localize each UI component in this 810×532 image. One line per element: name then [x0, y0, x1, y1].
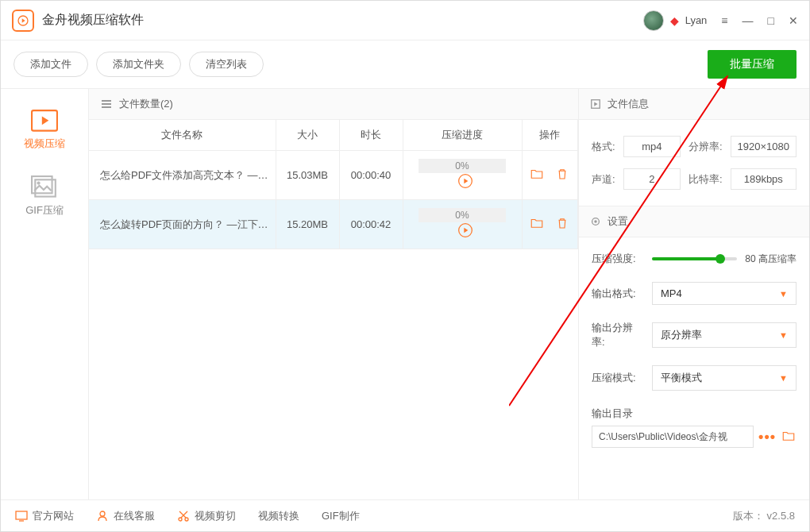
- maximize-icon[interactable]: □: [768, 14, 774, 27]
- trash-icon[interactable]: [555, 167, 569, 183]
- svg-rect-7: [102, 106, 111, 108]
- close-icon[interactable]: ✕: [789, 14, 798, 27]
- file-count-header: 文件数量(2): [89, 89, 578, 120]
- settings-header: 设置: [579, 206, 809, 237]
- svg-rect-13: [16, 511, 27, 519]
- sidebar-item-video[interactable]: 视频压缩: [1, 97, 88, 164]
- table-row[interactable]: 怎么给PDF文件添加高亮文本？ —… 15.03MB 00:00:40 0%: [89, 151, 578, 200]
- mode-select[interactable]: 平衡模式▼: [652, 365, 796, 391]
- play-icon[interactable]: [457, 222, 473, 241]
- value-resolution: 1920×1080: [731, 136, 796, 157]
- gif-icon: [31, 176, 58, 199]
- label-out-format: 输出格式:: [592, 287, 644, 301]
- scissors-icon: [177, 510, 190, 522]
- label-mode: 压缩模式:: [592, 371, 644, 385]
- chevron-down-icon: ▼: [779, 289, 788, 299]
- play-icon[interactable]: [457, 173, 473, 191]
- label-out-res: 输出分辨率:: [592, 321, 644, 349]
- value-format: mp4: [623, 136, 681, 157]
- footer-cut[interactable]: 视频剪切: [177, 509, 236, 523]
- trash-icon[interactable]: [555, 216, 569, 233]
- value-channels: 2: [623, 168, 681, 190]
- table-row[interactable]: 怎么旋转PDF页面的方向？ —江下… 15.20MB 00:00:42 0%: [89, 200, 578, 249]
- file-table: 文件名称 大小 时长 压缩进度 操作 怎么给PDF文件添加高亮文本？ —… 15…: [89, 120, 578, 249]
- user-area[interactable]: ◆ Lyan: [643, 10, 708, 31]
- out-res-select[interactable]: 原分辨率▼: [652, 322, 796, 348]
- out-format-select[interactable]: MP4▼: [652, 282, 796, 305]
- app-logo: [12, 10, 34, 32]
- add-folder-button[interactable]: 添加文件夹: [96, 52, 181, 77]
- footer-support[interactable]: 在线客服: [96, 509, 155, 523]
- label-bitrate: 比特率:: [688, 172, 723, 187]
- progress-bar: 0%: [418, 159, 506, 173]
- list-icon: [100, 98, 113, 110]
- col-size: 大小: [276, 120, 339, 151]
- svg-rect-6: [102, 103, 111, 105]
- avatar: [643, 10, 664, 31]
- minimize-icon[interactable]: —: [742, 14, 754, 27]
- open-folder-icon[interactable]: [781, 429, 796, 445]
- sidebar-item-gif[interactable]: GIF压缩: [1, 164, 88, 230]
- vip-icon: ◆: [670, 14, 679, 27]
- label-out-dir: 输出目录: [592, 407, 796, 421]
- folder-icon[interactable]: [530, 216, 544, 233]
- file-info-header: 文件信息: [579, 89, 809, 120]
- svg-point-12: [594, 220, 597, 223]
- col-duration: 时长: [339, 120, 403, 151]
- gear-icon: [590, 216, 601, 227]
- col-name: 文件名称: [89, 120, 276, 151]
- version-label: 版本： v2.5.8: [733, 509, 795, 523]
- app-title: 金舟视频压缩软件: [42, 12, 643, 29]
- svg-point-4: [37, 182, 40, 185]
- chevron-down-icon: ▼: [779, 330, 788, 340]
- batch-compress-button[interactable]: 批量压缩: [708, 50, 796, 79]
- browse-button[interactable]: •••: [758, 429, 776, 445]
- label-resolution: 分辨率:: [688, 140, 723, 154]
- progress-bar: 0%: [418, 208, 506, 222]
- add-file-button[interactable]: 添加文件: [14, 52, 88, 77]
- menu-icon[interactable]: ≡: [721, 14, 727, 27]
- folder-icon[interactable]: [530, 167, 544, 183]
- info-icon: [590, 98, 601, 110]
- video-icon: [31, 110, 58, 132]
- clear-list-button[interactable]: 清空列表: [189, 52, 264, 77]
- label-channels: 声道:: [592, 172, 615, 187]
- headset-icon: [96, 510, 109, 522]
- label-format: 格式:: [592, 140, 615, 154]
- monitor-icon: [15, 510, 28, 522]
- label-strength: 压缩强度:: [592, 252, 644, 266]
- footer-convert[interactable]: 视频转换: [258, 509, 299, 523]
- col-progress: 压缩进度: [403, 120, 522, 151]
- svg-point-16: [185, 518, 188, 521]
- col-ops: 操作: [522, 120, 578, 151]
- strength-value: 80 高压缩率: [745, 253, 796, 266]
- footer-gif[interactable]: GIF制作: [322, 509, 360, 523]
- svg-point-15: [179, 518, 182, 521]
- svg-rect-5: [102, 100, 111, 102]
- out-dir-input[interactable]: [592, 426, 754, 448]
- value-bitrate: 189kbps: [731, 168, 796, 190]
- username: Lyan: [685, 14, 708, 26]
- footer-site[interactable]: 官方网站: [15, 509, 74, 523]
- svg-point-14: [100, 511, 105, 516]
- chevron-down-icon: ▼: [779, 373, 788, 383]
- strength-slider[interactable]: [652, 257, 737, 260]
